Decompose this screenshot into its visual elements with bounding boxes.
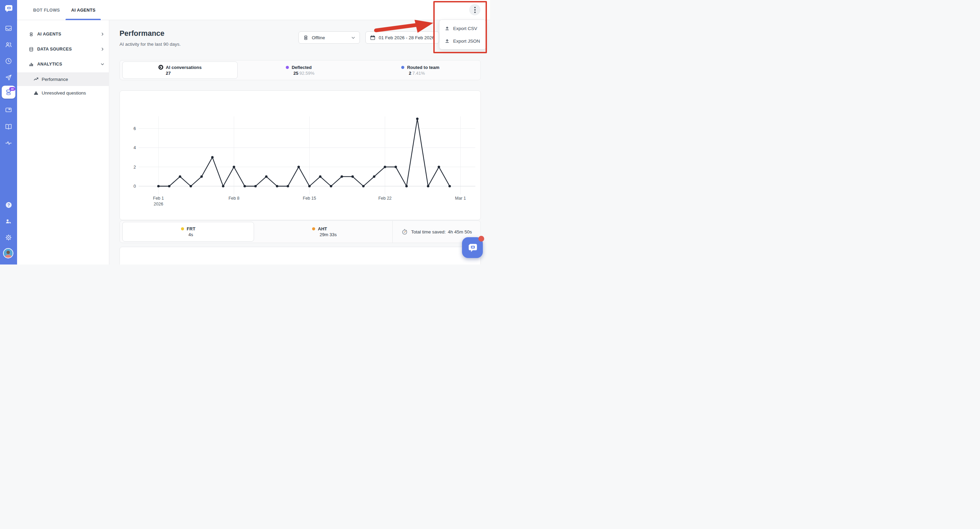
agent-filter-select[interactable]: Offline — [298, 32, 360, 44]
date-range-picker[interactable]: 01 Feb 2026 - 28 Feb 2026 — [365, 32, 439, 44]
stat-value: 25 — [293, 71, 298, 76]
sidebar-item-panels[interactable] — [0, 104, 17, 116]
stat-label: Deflected — [292, 65, 312, 70]
deflected-dot — [286, 66, 289, 69]
stat-ai-conversations-col: AI conversations 27 — [120, 60, 240, 80]
stat-percent: 92.59% — [299, 71, 315, 76]
sidebar-item-inbox[interactable] — [0, 22, 17, 34]
sidebar-item-label: Unresolved questions — [42, 91, 86, 95]
frt-dot — [181, 227, 184, 230]
menu-item-export-csv[interactable]: Export CSV — [439, 22, 486, 35]
robot-icon — [303, 35, 309, 41]
total-time-saved-value: 4h 45m 50s — [448, 229, 472, 235]
sidebar-item-campaigns[interactable] — [0, 71, 17, 83]
stat-frt[interactable]: FRT 4s — [122, 222, 254, 241]
sidebar-item-activity[interactable] — [0, 137, 17, 149]
svg-text:Feb 22: Feb 22 — [378, 196, 392, 201]
stat-percent: 7.41% — [412, 71, 425, 76]
chevron-down-icon — [100, 62, 105, 66]
sidebar-item-label: ANALYTICS — [37, 62, 62, 67]
notification-dot — [478, 236, 484, 241]
menu-item-label: Export CSV — [453, 26, 477, 31]
svg-text:Feb 8: Feb 8 — [228, 196, 239, 201]
kebab-icon — [474, 7, 476, 8]
aht-dot — [312, 227, 315, 230]
stat-label: AI conversations — [166, 65, 202, 70]
stat-label: AHT — [318, 226, 327, 231]
icon-rail: AI ? — [0, 0, 17, 265]
robot-icon — [29, 32, 34, 37]
svg-text:?: ? — [7, 202, 10, 207]
chevron-down-icon — [351, 35, 355, 40]
svg-text:Mar 1: Mar 1 — [455, 196, 466, 201]
clock-icon — [5, 57, 12, 65]
stat-deflected[interactable]: Deflected 2592.59% — [240, 60, 360, 80]
database-icon — [29, 47, 34, 52]
bar-chart-icon — [29, 62, 34, 67]
svg-text:2026: 2026 — [154, 202, 163, 207]
sidebar-item-history[interactable] — [0, 55, 17, 67]
page-title: Performance — [119, 29, 164, 38]
book-icon — [5, 123, 12, 130]
response-times-strip: FRT 4s AHT 29m 33s — [119, 221, 481, 243]
svg-text:Feb 1: Feb 1 — [153, 196, 164, 201]
help-icon: ? — [5, 201, 13, 209]
routed-dot — [401, 66, 404, 69]
chat-logo-icon — [3, 3, 14, 14]
gear-icon — [5, 234, 12, 241]
stat-ai-conversations[interactable]: AI conversations 27 — [122, 62, 238, 79]
sidebar-item-unresolved-questions[interactable]: Unresolved questions — [17, 86, 109, 100]
app-root: BOT FLOWS AI AGENTS — [0, 0, 490, 265]
agent-filter-value: Offline — [312, 35, 325, 40]
sidebar-item-label: DATA SOURCES — [37, 47, 72, 52]
top-bar: BOT FLOWS AI AGENTS — [17, 0, 490, 20]
chat-bubble-icon — [467, 242, 478, 254]
tab-ai-agents[interactable]: AI AGENTS — [72, 0, 95, 20]
sidebar-item-contacts[interactable] — [0, 39, 17, 51]
stats-strip: AI conversations 27 Deflected 2592.59% R… — [119, 60, 481, 80]
stat-value: 29m 33s — [320, 232, 337, 237]
line-chart[interactable]: Feb 12026Feb 8Feb 15Feb 22Mar 10246 — [120, 91, 481, 221]
sidebar-item-label: Performance — [42, 77, 68, 82]
tab-bot-flows[interactable]: BOT FLOWS — [33, 0, 60, 20]
date-range-value: 01 Feb 2026 - 28 Feb 2026 — [379, 35, 435, 40]
upload-icon — [445, 38, 450, 44]
sidebar-item-settings[interactable] — [0, 232, 17, 243]
upload-icon — [445, 26, 450, 31]
stopwatch-icon — [401, 228, 408, 235]
avatar-photo — [4, 249, 13, 258]
chevron-right-icon — [100, 32, 105, 36]
next-section-card — [119, 247, 481, 265]
more-options-button[interactable] — [469, 4, 480, 15]
ai-conversations-icon — [158, 65, 163, 70]
export-menu: Export CSV Export JSON — [439, 19, 486, 49]
svg-text:0: 0 — [134, 184, 136, 189]
users-icon — [5, 217, 12, 225]
stat-frt-col: FRT 4s — [120, 221, 256, 243]
stat-value: 4s — [188, 232, 193, 237]
svg-text:Feb 15: Feb 15 — [303, 196, 316, 201]
stat-value: 2 — [409, 71, 411, 76]
stat-routed-to-team[interactable]: Routed to team 27.41% — [360, 60, 480, 80]
app-logo[interactable] — [0, 0, 17, 17]
svg-text:4: 4 — [134, 145, 136, 150]
sidebar-item-help[interactable]: ? — [0, 199, 17, 211]
total-time-saved-label: Total time saved: — [411, 229, 445, 235]
send-icon — [5, 74, 12, 81]
main-content: Performance AI activity for the last 90 … — [109, 20, 490, 265]
stat-label: Routed to team — [407, 65, 439, 70]
svg-text:6: 6 — [134, 126, 136, 131]
sidebar-item-label: AI AGENTS — [37, 32, 61, 37]
page-subtitle: AI activity for the last 90 days. — [119, 41, 181, 47]
sidebar-item-analytics[interactable]: ANALYTICS — [17, 58, 109, 70]
secondary-sidebar: AI AGENTS DATA SOURCES — [17, 20, 109, 265]
avatar[interactable] — [3, 248, 13, 258]
sidebar-item-knowledge[interactable] — [0, 121, 17, 132]
sidebar-item-ai-agents[interactable]: AI AGENTS — [17, 28, 109, 40]
sidebar-item-data-sources[interactable]: DATA SOURCES — [17, 43, 109, 55]
sidebar-item-referrals[interactable] — [0, 215, 17, 227]
menu-item-export-json[interactable]: Export JSON — [439, 35, 486, 48]
stat-aht[interactable]: AHT 29m 33s — [256, 221, 393, 243]
stat-label: FRT — [187, 226, 195, 231]
sidebar-item-performance[interactable]: Performance — [17, 72, 109, 86]
